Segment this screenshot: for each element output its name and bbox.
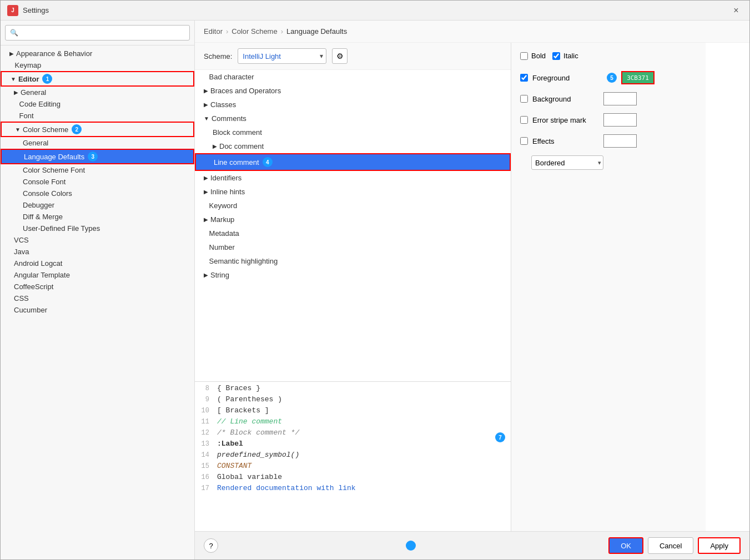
line-code-comment: // Line comment — [215, 417, 511, 426]
sidebar-item-user-defined[interactable]: User-Defined File Types — [1, 223, 194, 234]
sidebar-item-label: Angular Template — [14, 271, 70, 279]
chevron-right-icon: ▶ — [14, 89, 18, 95]
sidebar-item-label: General — [21, 88, 46, 97]
bold-italic-row: Bold Italic — [520, 52, 697, 60]
no-arrow — [204, 244, 207, 250]
syntax-item-label: Semantic highlighting — [209, 257, 278, 265]
syntax-item-semantic-highlighting[interactable]: Semantic highlighting — [195, 254, 511, 268]
sidebar-item-color-scheme[interactable]: ▼ Color Scheme 2 — [1, 122, 194, 137]
sidebar-item-editor[interactable]: ▼ Editor 1 — [1, 71, 194, 87]
syntax-item-line-comment[interactable]: Line comment 4 — [195, 153, 511, 171]
sidebar-item-console-font[interactable]: Console Font — [1, 176, 194, 188]
sidebar-item-font[interactable]: Font — [1, 110, 194, 122]
syntax-item-string[interactable]: ▶ String — [195, 268, 511, 282]
syntax-item-label: String — [210, 271, 229, 279]
foreground-label: Foreground — [532, 74, 599, 82]
syntax-item-markup[interactable]: ▶ Markup — [195, 213, 511, 226]
syntax-item-number[interactable]: Number — [195, 240, 511, 254]
sidebar-item-general[interactable]: ▶ General — [1, 87, 194, 98]
sidebar-item-keymap[interactable]: Keymap — [1, 59, 194, 71]
badge-1: 1 — [42, 74, 52, 84]
bold-checkbox[interactable] — [520, 52, 528, 60]
sidebar-item-cs-general[interactable]: General — [1, 137, 194, 149]
syntax-item-classes[interactable]: ▶ Classes — [195, 98, 511, 112]
sidebar-item-cucumber[interactable]: Cucumber — [1, 304, 194, 316]
background-checkbox[interactable] — [520, 95, 528, 103]
syntax-item-label: Block comment — [213, 128, 262, 137]
sidebar-item-css[interactable]: CSS — [1, 292, 194, 304]
syntax-list: Bad character ▶ Braces and Operators ▶ C… — [195, 70, 511, 381]
syntax-item-doc-comment[interactable]: ▶ Doc comment — [195, 139, 511, 153]
foreground-checkbox[interactable] — [520, 74, 528, 82]
code-line-17: 17 Rendered documentation with link — [195, 484, 511, 495]
syntax-item-comments[interactable]: ▼ Comments — [195, 112, 511, 125]
chevron-down-icon: ▼ — [15, 127, 21, 133]
syntax-item-inline-hints[interactable]: ▶ Inline hints — [195, 185, 511, 199]
sidebar-item-debugger[interactable]: Debugger — [1, 199, 194, 211]
sidebar-item-appearance[interactable]: ▶ Appearance & Behavior — [1, 48, 194, 59]
sidebar-item-vcs[interactable]: VCS — [1, 234, 194, 246]
syntax-item-metadata[interactable]: Metadata — [195, 226, 511, 240]
search-area — [1, 21, 194, 46]
sidebar-item-java[interactable]: Java — [1, 246, 194, 258]
sidebar-item-android-logcat[interactable]: Android Logcat — [1, 258, 194, 269]
error-stripe-checkbox[interactable] — [520, 116, 528, 124]
cancel-button[interactable]: Cancel — [648, 537, 693, 554]
effects-type-select[interactable]: Bordered — [531, 155, 603, 170]
sidebar-item-coffeescript[interactable]: CoffeeScript — [1, 281, 194, 292]
badge-4: 4 — [263, 157, 273, 167]
title-bar: J Settings × — [1, 1, 749, 21]
sidebar-item-console-colors[interactable]: Console Colors — [1, 188, 194, 199]
syntax-item-label: Metadata — [209, 229, 239, 238]
search-input[interactable] — [5, 25, 190, 41]
sidebar-item-label: VCS — [14, 236, 29, 244]
background-color-swatch[interactable] — [603, 92, 637, 105]
breadcrumb-editor: Editor — [204, 27, 223, 36]
sidebar-item-code-editing[interactable]: Code Editing — [1, 98, 194, 110]
background-label: Background — [532, 95, 599, 103]
effects-row: Effects — [520, 134, 697, 148]
line-code-italic: predefined_symbol() — [215, 451, 511, 459]
no-arrow — [204, 230, 207, 236]
error-stripe-color-swatch[interactable] — [603, 113, 637, 127]
badge-7-bottom — [406, 541, 416, 551]
syntax-item-braces-operators[interactable]: ▶ Braces and Operators — [195, 84, 511, 98]
chevron-right-icon: ▶ — [9, 51, 14, 57]
sidebar-item-language-defaults[interactable]: Language Defaults 3 — [1, 149, 194, 164]
line-code-link: Rendered documentation with link — [215, 484, 511, 492]
bold-label: Bold — [531, 52, 546, 60]
bottom-bar: ? OK Cancel Apply — [195, 531, 749, 559]
badge-5: 5 — [607, 73, 617, 83]
syntax-item-block-comment[interactable]: Block comment — [195, 125, 511, 139]
italic-checkbox[interactable] — [552, 52, 560, 60]
sidebar-item-label: Code Editing — [19, 100, 61, 108]
chevron-right-icon: ▶ — [204, 216, 208, 223]
help-button[interactable]: ? — [204, 538, 218, 553]
sidebar-item-angular-template[interactable]: Angular Template — [1, 269, 194, 281]
syntax-item-bad-character[interactable]: Bad character — [195, 70, 511, 84]
apply-button[interactable]: Apply — [698, 537, 741, 554]
syntax-item-keyword[interactable]: Keyword — [195, 199, 511, 213]
line-number: 15 — [195, 462, 215, 470]
effects-color-swatch[interactable] — [603, 134, 637, 148]
code-line-13: 13 :Label — [195, 440, 511, 451]
chevron-right-icon: ▶ — [204, 272, 208, 278]
sidebar-item-color-scheme-font[interactable]: Color Scheme Font — [1, 164, 194, 176]
italic-checkbox-wrap: Italic — [552, 52, 578, 60]
scheme-select[interactable]: IntelliJ Light — [238, 48, 326, 64]
syntax-item-label: Doc comment — [219, 142, 264, 150]
scheme-label: Scheme: — [204, 52, 232, 60]
ok-button[interactable]: OK — [608, 537, 643, 554]
scheme-select-wrap: IntelliJ Light — [238, 48, 326, 64]
syntax-item-identifiers[interactable]: ▶ Identifiers — [195, 171, 511, 185]
window-title: Settings — [23, 6, 729, 14]
scheme-gear-button[interactable]: ⚙ — [332, 48, 348, 64]
line-number: 10 — [195, 407, 215, 415]
effects-checkbox[interactable] — [520, 137, 528, 145]
chevron-right-icon: ▶ — [204, 189, 208, 195]
close-button[interactable]: × — [729, 4, 743, 17]
sidebar-item-label: General — [23, 139, 48, 147]
foreground-color-swatch[interactable]: 3CB371 — [621, 71, 655, 84]
error-stripe-label: Error stripe mark — [532, 116, 599, 124]
sidebar-item-diff-merge[interactable]: Diff & Merge — [1, 211, 194, 223]
